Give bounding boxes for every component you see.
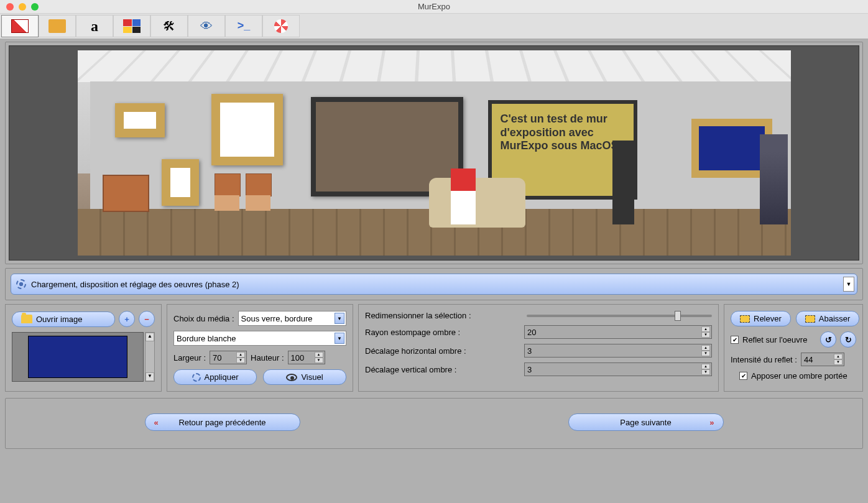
open-image-button[interactable]: Ouvrir image — [12, 311, 115, 327]
gear-icon — [16, 279, 26, 289]
blur-radius-label: Rayon estompage ombre : — [365, 328, 520, 337]
next-page-button[interactable]: Page suivante » — [568, 413, 724, 431]
spin-down-icon[interactable]: ▼ — [701, 332, 710, 338]
intensity-label: Intensité du reflet : — [731, 355, 797, 364]
offset-h-input[interactable] — [527, 346, 709, 356]
offset-v-spinner[interactable]: ▲▼ — [524, 362, 712, 376]
reflection-checkbox[interactable] — [731, 336, 739, 344]
artwork-frame-3[interactable] — [211, 94, 283, 165]
spin-up-icon[interactable]: ▲ — [315, 352, 323, 358]
scroll-down-icon[interactable]: ▼ — [145, 372, 154, 381]
blur-radius-spinner[interactable]: ▲▼ — [524, 325, 712, 339]
chair-prop-1 — [215, 173, 239, 211]
visual-button[interactable]: Visuel — [263, 369, 346, 385]
offset-h-spinner[interactable]: ▲▼ — [524, 344, 712, 358]
remove-image-button[interactable]: − — [139, 311, 155, 327]
toolbar-project-button[interactable] — [1, 15, 39, 37]
blur-radius-input[interactable] — [527, 328, 709, 337]
spin-up-icon[interactable]: ▲ — [701, 326, 710, 332]
visual-label: Visuel — [301, 372, 323, 382]
spin-down-icon[interactable]: ▼ — [315, 358, 323, 363]
toolbar-squares-button[interactable] — [113, 15, 150, 37]
phase-select-label: Chargement, disposition et réglage des o… — [31, 280, 239, 289]
folder-open-icon — [21, 315, 32, 323]
spin-up-icon[interactable]: ▲ — [701, 345, 710, 351]
gear-icon — [192, 373, 201, 382]
preview-canvas[interactable]: C'est un test de mur d'exposition avec M… — [9, 45, 859, 261]
chevron-right-icon: » — [709, 418, 714, 427]
window-title: MurExpo — [0, 2, 868, 11]
media-choice-select[interactable]: Sous verre, bordure ▼ — [238, 311, 346, 326]
raise-icon — [740, 315, 750, 323]
toolbar-terminal-button[interactable]: >_ — [225, 15, 262, 37]
offset-v-label: Décalage vertical ombre : — [365, 365, 520, 374]
toolbar-text-button[interactable]: a — [76, 15, 113, 37]
squares-icon — [123, 19, 141, 33]
image-loader-group: Ouvrir image + − ▲ ▼ — [5, 304, 162, 392]
thumbnail-image — [28, 336, 127, 378]
resize-label: Redimensionner la sélection : — [365, 311, 520, 320]
spin-up-icon[interactable]: ▲ — [236, 352, 245, 358]
project-icon — [11, 19, 29, 33]
phase-select[interactable]: Chargement, disposition et réglage des o… — [11, 274, 857, 295]
artwork-frame-2[interactable] — [162, 159, 199, 206]
open-image-label: Ouvrir image — [36, 315, 82, 324]
phase-panel: Chargement, disposition et réglage des o… — [5, 268, 863, 300]
main-toolbar: a 🛠 👁 >_ — [0, 14, 868, 39]
spin-down-icon[interactable]: ▼ — [701, 351, 710, 356]
drop-shadow-checkbox[interactable] — [739, 372, 747, 380]
thumbnail-viewer: ▲ ▼ — [12, 332, 155, 382]
toolbar-help-button[interactable] — [262, 15, 300, 37]
rotate-ccw-button[interactable]: ↺ — [820, 331, 836, 348]
spin-up-icon[interactable]: ▲ — [701, 364, 710, 369]
height-spinner[interactable]: ▲▼ — [288, 351, 325, 364]
media-settings-group: Choix du média : Sous verre, bordure ▼ B… — [167, 304, 353, 392]
prev-page-button[interactable]: « Retour page précédente — [145, 413, 300, 431]
media-choice-label: Choix du média : — [173, 314, 234, 323]
window-titlebar: MurExpo — [0, 0, 868, 14]
hammer-icon: 🛠 — [160, 19, 178, 33]
width-spinner[interactable]: ▲▼ — [210, 351, 247, 364]
apply-label: Appliquer — [205, 372, 239, 382]
scroll-up-icon[interactable]: ▲ — [145, 333, 154, 341]
person-back — [760, 134, 788, 224]
navigation-panel: « Retour page précédente Page suivante » — [5, 398, 863, 449]
thumbnail-scrollbar[interactable]: ▲ ▼ — [145, 332, 155, 382]
preview-panel: C'est un test de mur d'exposition avec M… — [5, 42, 863, 264]
apply-button[interactable]: Appliquer — [173, 369, 257, 385]
reflection-check-label: Reflet sur l'oeuvre — [742, 335, 807, 344]
sofa-prop — [429, 178, 525, 228]
prev-page-label: Retour page précédente — [178, 418, 265, 427]
chevron-down-icon: ▼ — [335, 313, 344, 324]
next-page-label: Page suivante — [620, 418, 671, 427]
text-a-icon: a — [86, 19, 103, 33]
intensity-spinner[interactable]: ▲▼ — [801, 353, 844, 366]
offset-v-input[interactable] — [527, 365, 709, 374]
lower-button[interactable]: Abaisser — [796, 311, 860, 326]
spin-up-icon[interactable]: ▲ — [834, 354, 843, 359]
lower-icon — [805, 315, 815, 323]
folder-icon — [48, 19, 66, 33]
spin-down-icon[interactable]: ▼ — [834, 359, 843, 365]
border-select[interactable]: Bordure blanche ▼ — [173, 331, 346, 346]
artwork-frame-1[interactable] — [115, 103, 165, 137]
spin-down-icon[interactable]: ▼ — [701, 369, 710, 375]
offset-h-label: Décalage horizontal ombre : — [365, 346, 520, 356]
toolbar-preview-button[interactable]: 👁 — [188, 15, 225, 37]
height-label: Hauteur : — [251, 353, 284, 362]
border-value: Bordure blanche — [177, 334, 236, 343]
add-image-button[interactable]: + — [119, 311, 135, 327]
thumbnail-canvas[interactable] — [12, 332, 144, 382]
rotate-cw-button[interactable]: ↻ — [840, 331, 856, 348]
spin-down-icon[interactable]: ▼ — [236, 358, 245, 363]
toolbar-folder-button[interactable] — [39, 15, 76, 37]
toolbar-tools-button[interactable]: 🛠 — [150, 15, 188, 37]
resize-slider[interactable] — [527, 315, 712, 317]
gallery-scene: C'est un test de mur d'exposition avec M… — [78, 50, 791, 256]
shadow-settings-group: Redimensionner la sélection : Rayon esto… — [358, 304, 719, 392]
raise-button[interactable]: Relever — [731, 311, 791, 326]
width-label: Largeur : — [173, 353, 206, 362]
slider-thumb[interactable] — [675, 311, 681, 321]
chair-prop-2 — [246, 173, 270, 211]
chevron-left-icon: « — [154, 418, 159, 427]
